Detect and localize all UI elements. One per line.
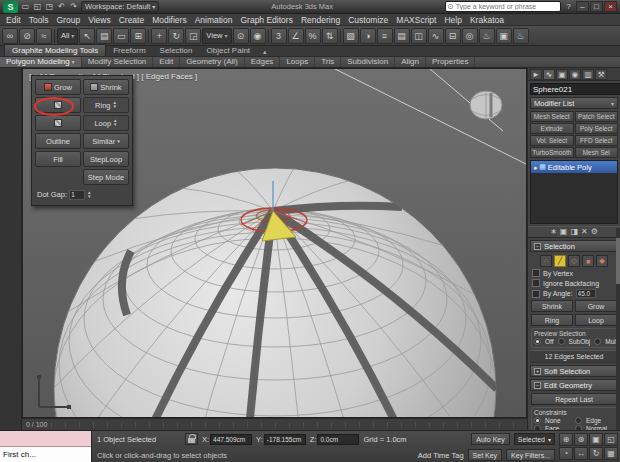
grow-selection-button[interactable]: Grow bbox=[575, 300, 617, 312]
outline-button[interactable]: Outline bbox=[35, 133, 81, 149]
render-production-icon[interactable]: ♨ bbox=[513, 28, 529, 44]
menu-views[interactable]: Views bbox=[84, 14, 115, 26]
rendered-frame-icon[interactable]: ▣ bbox=[496, 28, 512, 44]
x-coordinate-input[interactable] bbox=[210, 434, 252, 445]
selection-filter-dropdown[interactable]: All ▾ bbox=[57, 28, 78, 44]
zoom-icon[interactable]: ⊕ bbox=[559, 433, 573, 446]
by-vertex-checkbox[interactable]: By Vertex bbox=[532, 269, 616, 277]
command-panel-scrollbar[interactable] bbox=[616, 228, 620, 430]
panel-properties[interactable]: Properties bbox=[426, 57, 475, 67]
maximize-viewport-icon[interactable]: ▦ bbox=[604, 447, 618, 460]
close-button[interactable]: × bbox=[604, 1, 617, 12]
step-mode-button[interactable]: Step Mode bbox=[83, 169, 129, 185]
zoom-all-icon[interactable]: ⊛ bbox=[574, 433, 588, 446]
zoom-region-icon[interactable]: ◱ bbox=[604, 433, 618, 446]
key-mode-dropdown[interactable]: Selected ▾ bbox=[514, 433, 555, 445]
by-angle-input[interactable] bbox=[576, 289, 596, 298]
rollout-soft-selection[interactable]: + Soft Selection bbox=[530, 365, 618, 377]
repeat-last-button[interactable]: Repeat Last bbox=[531, 393, 617, 405]
checkbox-icon[interactable] bbox=[532, 279, 540, 287]
panel-geometry-all[interactable]: Geometry (All) bbox=[180, 57, 245, 67]
orbit-icon[interactable]: ↻ bbox=[589, 447, 603, 460]
spinner-arrows-icon[interactable]: ▲▼ bbox=[87, 191, 91, 199]
panel-align[interactable]: Align bbox=[395, 57, 426, 67]
menu-rendering[interactable]: Rendering bbox=[297, 14, 344, 26]
rotate-tool-icon[interactable]: ↻ bbox=[168, 28, 184, 44]
ribbon-toggle-icon[interactable]: ◫ bbox=[411, 28, 427, 44]
window-crossing-icon[interactable]: ⊞ bbox=[130, 28, 146, 44]
tab-create-icon[interactable]: ► bbox=[530, 69, 542, 80]
key-filters-button[interactable]: Key Filters... bbox=[506, 449, 555, 461]
tab-hierarchy-icon[interactable]: ▣ bbox=[556, 69, 568, 80]
dot-gap-input[interactable] bbox=[69, 190, 85, 200]
object-name-field[interactable] bbox=[530, 83, 620, 95]
spinner-snap-icon[interactable]: ⇅ bbox=[322, 28, 338, 44]
modifier-button-poly-select[interactable]: Poly Select bbox=[575, 123, 619, 134]
modifier-button-extrude[interactable]: Extrude bbox=[530, 123, 574, 134]
z-coordinate-input[interactable] bbox=[317, 434, 359, 445]
scene-spline-wires[interactable] bbox=[323, 69, 527, 165]
menu-tools[interactable]: Tools bbox=[25, 14, 53, 26]
configure-modifier-sets-icon[interactable]: ⚙ bbox=[591, 227, 598, 237]
material-editor-icon[interactable]: ◎ bbox=[462, 28, 478, 44]
region-select-icon[interactable]: ▭ bbox=[113, 28, 129, 44]
modifier-stack[interactable]: ● ▦ Editable Poly bbox=[530, 160, 618, 224]
vertex-mode-icon[interactable]: ∴ bbox=[540, 255, 552, 267]
layer-manager-icon[interactable]: ▤ bbox=[394, 28, 410, 44]
ring-select-button[interactable] bbox=[35, 97, 81, 113]
ignore-backfacing-checkbox[interactable]: Ignore Backfacing bbox=[532, 279, 616, 287]
border-mode-icon[interactable]: ◇ bbox=[568, 255, 580, 267]
modifier-button-mesh-sel[interactable]: Mesh Sel bbox=[575, 147, 619, 158]
pin-stack-icon[interactable]: ∗ bbox=[550, 227, 557, 237]
by-angle-checkbox[interactable]: By Angle: bbox=[532, 289, 616, 298]
scene-object-small[interactable] bbox=[470, 91, 502, 119]
preview-subobj-radio[interactable] bbox=[558, 338, 565, 345]
menu-customize[interactable]: Customize bbox=[344, 14, 392, 26]
angle-snap-icon[interactable]: ∠ bbox=[288, 28, 304, 44]
menu-create[interactable]: Create bbox=[115, 14, 149, 26]
menu-krakatoa[interactable]: Krakatoa bbox=[466, 14, 508, 26]
bind-spacewarp-icon[interactable]: ≈ bbox=[36, 28, 52, 44]
ring-spinner[interactable]: Ring ▲▼ bbox=[83, 97, 129, 113]
use-pivot-center-icon[interactable]: ⊙ bbox=[233, 28, 249, 44]
tab-object-paint[interactable]: Object Paint bbox=[200, 45, 258, 56]
pan-icon[interactable]: ↔ bbox=[574, 447, 588, 460]
edge-mode-icon[interactable]: ╱ bbox=[554, 255, 566, 267]
select-link-icon[interactable]: ∞ bbox=[2, 28, 18, 44]
visibility-bulb-icon[interactable]: ● bbox=[533, 164, 537, 171]
track-bar[interactable]: 0 / 100 bbox=[22, 418, 527, 430]
move-tool-icon[interactable]: + bbox=[151, 28, 167, 44]
loop-selection-button[interactable]: Loop bbox=[575, 314, 617, 326]
menu-help[interactable]: Help bbox=[440, 14, 465, 26]
schematic-view-icon[interactable]: ⊟ bbox=[445, 28, 461, 44]
select-by-name-icon[interactable]: ▤ bbox=[96, 28, 112, 44]
menu-group[interactable]: Group bbox=[53, 14, 85, 26]
show-end-result-icon[interactable]: ▣ bbox=[560, 227, 568, 237]
similar-dropdown-button[interactable]: Similar ▾ bbox=[83, 133, 129, 149]
auto-key-button[interactable]: Auto Key bbox=[471, 433, 509, 445]
modifier-button-mesh-select[interactable]: Mesh Select bbox=[530, 111, 574, 122]
spinner-arrows-icon[interactable]: ▲▼ bbox=[112, 101, 116, 109]
workspace-dropdown[interactable]: Workspace: Default ▾ bbox=[81, 1, 159, 12]
modifier-list-dropdown[interactable]: Modifier List ▾ bbox=[530, 97, 618, 109]
tab-modify-icon[interactable]: ∿ bbox=[543, 69, 555, 80]
set-key-button[interactable]: Set Key bbox=[468, 449, 503, 461]
open-file-icon[interactable]: ◱ bbox=[32, 1, 43, 12]
rollout-edit-geometry[interactable]: − Edit Geometry bbox=[530, 379, 618, 391]
panel-tris[interactable]: Tris bbox=[315, 57, 341, 67]
constraint-edge-radio[interactable] bbox=[575, 417, 582, 424]
listener-row[interactable]: First ch... bbox=[0, 447, 91, 462]
checkbox-icon[interactable] bbox=[532, 269, 540, 277]
tab-display-icon[interactable]: ▥ bbox=[582, 69, 594, 80]
preview-off-radio[interactable] bbox=[534, 338, 541, 345]
rollout-selection[interactable]: − Selection bbox=[530, 240, 618, 252]
save-file-icon[interactable]: ◳ bbox=[44, 1, 55, 12]
remove-modifier-icon[interactable]: ✕ bbox=[581, 227, 588, 237]
tab-utilities-icon[interactable]: ⚒ bbox=[595, 69, 607, 80]
shrink-selection-button[interactable]: Shrink bbox=[531, 300, 573, 312]
fill-button[interactable]: Fill bbox=[35, 151, 81, 167]
tab-freeform[interactable]: Freeform bbox=[106, 45, 152, 56]
selection-lock-toggle[interactable] bbox=[185, 433, 198, 445]
element-mode-icon[interactable]: ◆ bbox=[596, 255, 608, 267]
help-icon[interactable]: ? bbox=[563, 1, 574, 12]
